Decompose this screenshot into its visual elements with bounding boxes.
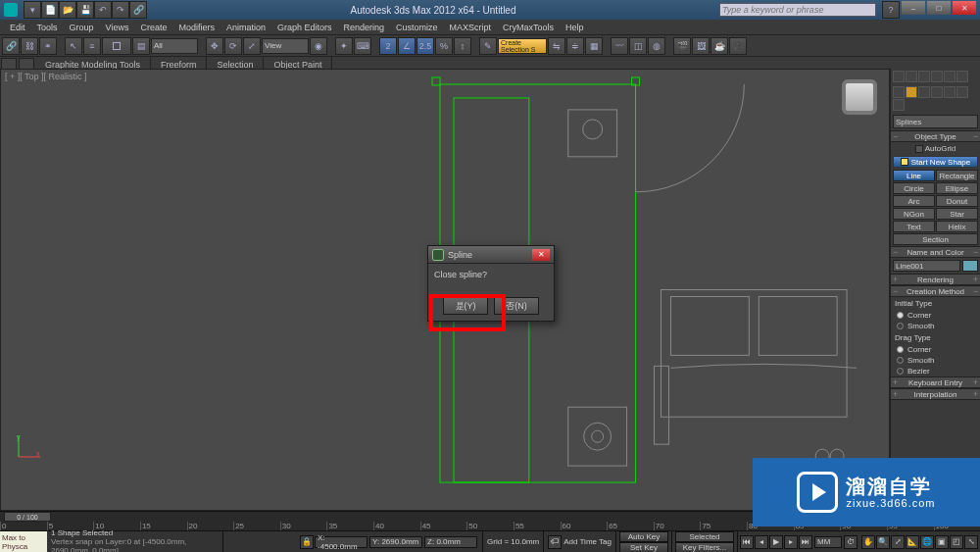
panel-display-icon[interactable] bbox=[944, 71, 956, 82]
filter-icon[interactable]: ▤ bbox=[132, 37, 150, 55]
keymode-icon[interactable]: ⌨ bbox=[354, 37, 371, 55]
qat-redo-icon[interactable]: ↷ bbox=[112, 1, 129, 19]
rotate-icon[interactable]: ⟳ bbox=[224, 37, 242, 55]
shape-section-button[interactable]: Section bbox=[893, 233, 978, 245]
qat-open-icon[interactable]: 📂 bbox=[59, 1, 76, 19]
select-name-icon[interactable]: ≡ bbox=[83, 37, 101, 55]
close-button[interactable]: ✕ bbox=[953, 1, 976, 15]
cat-helpers-icon[interactable] bbox=[944, 86, 956, 98]
subtype-dropdown[interactable]: Splines bbox=[893, 115, 978, 128]
qat-undo-icon[interactable]: ↶ bbox=[94, 1, 112, 19]
editnamed-icon[interactable]: ✎ bbox=[479, 37, 497, 55]
dialog-titlebar[interactable]: Spline ✕ bbox=[428, 246, 554, 264]
timetag-label[interactable]: Add Time Tag bbox=[562, 537, 612, 546]
section-objecttype[interactable]: Object Type bbox=[891, 130, 980, 142]
coord-y-input[interactable]: Y: 2690.0mm bbox=[369, 536, 422, 548]
dialog-yes-button[interactable]: 是(Y) bbox=[443, 297, 488, 315]
play-icon[interactable]: ▶ bbox=[769, 535, 783, 549]
menu-views[interactable]: Views bbox=[100, 23, 135, 32]
unlink-icon[interactable]: ⛓ bbox=[21, 37, 38, 55]
shape-donut-button[interactable]: Donut bbox=[936, 195, 978, 207]
cat-geom-icon[interactable] bbox=[893, 86, 905, 98]
help-icon[interactable]: ? bbox=[882, 1, 900, 19]
zoom-icon[interactable]: 🔍 bbox=[876, 535, 890, 549]
autokey-button[interactable]: Auto Key bbox=[619, 531, 668, 542]
minimize-button[interactable]: – bbox=[902, 1, 925, 15]
fov-icon[interactable]: 📐 bbox=[906, 535, 919, 549]
keyfilters-button[interactable]: Key Filters... bbox=[675, 542, 734, 553]
section-kbd[interactable]: Keyboard Entry bbox=[891, 376, 980, 388]
frame-slider[interactable]: 0 / 100 bbox=[4, 512, 51, 522]
shape-text-button[interactable]: Text bbox=[893, 221, 935, 232]
prev-frame-icon[interactable]: ◂ bbox=[755, 535, 768, 549]
setkey-button[interactable]: Set Key bbox=[619, 542, 668, 553]
manip-icon[interactable]: ✦ bbox=[335, 37, 353, 55]
section-rendering[interactable]: Rendering bbox=[891, 274, 980, 285]
object-color-swatch[interactable] bbox=[962, 260, 978, 272]
pan-icon[interactable]: ✋ bbox=[861, 535, 875, 549]
mirror-icon[interactable]: ⇋ bbox=[548, 37, 565, 55]
cat-lights-icon[interactable] bbox=[918, 86, 930, 98]
qat-link-icon[interactable]: 🔗 bbox=[129, 1, 147, 19]
shape-rectangle-button[interactable]: Rectangle bbox=[936, 170, 978, 181]
coord-x-input[interactable]: X: -4500.0mm bbox=[315, 536, 368, 548]
curve-editor-icon[interactable]: 〰 bbox=[611, 37, 628, 55]
shape-circle-button[interactable]: Circle bbox=[893, 182, 935, 194]
shape-line-button[interactable]: Line bbox=[893, 170, 935, 181]
qat-new-icon[interactable]: 📄 bbox=[41, 1, 59, 19]
render-prod-icon[interactable]: 🎥 bbox=[729, 37, 747, 55]
panel-motion-icon[interactable] bbox=[931, 71, 943, 82]
coord-z-input[interactable]: Z: 0.0mm bbox=[424, 536, 477, 548]
panel-util-icon[interactable] bbox=[956, 71, 968, 82]
cat-sys-icon[interactable] bbox=[893, 99, 905, 111]
menu-create[interactable]: Create bbox=[134, 23, 172, 32]
menu-help[interactable]: Help bbox=[560, 23, 590, 32]
cat-cameras-icon[interactable] bbox=[931, 86, 943, 98]
menu-group[interactable]: Group bbox=[64, 23, 100, 32]
section-interp[interactable]: Interpolation bbox=[891, 388, 980, 400]
dialog-no-button[interactable]: 否(N) bbox=[494, 297, 539, 315]
zoom-ext-icon[interactable]: ⤢ bbox=[891, 535, 905, 549]
section-namecolor[interactable]: Name and Color bbox=[891, 246, 980, 258]
initial-corner-radio[interactable] bbox=[897, 312, 904, 319]
select-region-icon[interactable] bbox=[102, 37, 131, 55]
start-new-shape-row[interactable]: Start New Shape bbox=[893, 156, 978, 168]
cat-shapes-icon[interactable] bbox=[906, 86, 917, 98]
dialog-close-button[interactable]: ✕ bbox=[532, 249, 550, 261]
snap-angle-icon[interactable]: ∠ bbox=[398, 37, 416, 55]
shape-star-button[interactable]: Star bbox=[936, 208, 978, 220]
section-creation[interactable]: Creation Method bbox=[891, 285, 980, 297]
align-icon[interactable]: ≑ bbox=[566, 37, 584, 55]
zoom-region-icon[interactable]: ◰ bbox=[950, 535, 963, 549]
bind-icon[interactable]: ⚭ bbox=[39, 37, 57, 55]
menu-rendering[interactable]: Rendering bbox=[338, 23, 391, 32]
pan-view-icon[interactable]: ⤡ bbox=[964, 535, 978, 549]
selection-filter-dropdown[interactable]: All bbox=[151, 38, 198, 54]
shape-ellipse-button[interactable]: Ellipse bbox=[936, 182, 978, 194]
drag-bezier-radio[interactable] bbox=[897, 368, 904, 375]
orbit-icon[interactable]: 🌐 bbox=[920, 535, 934, 549]
menu-customize[interactable]: Customize bbox=[390, 23, 444, 32]
menu-tools[interactable]: Tools bbox=[31, 23, 64, 32]
app-logo-icon[interactable] bbox=[4, 3, 18, 17]
menu-maxscript[interactable]: MAXScript bbox=[444, 23, 498, 32]
autogrid-checkbox[interactable] bbox=[915, 145, 923, 153]
drag-smooth-radio[interactable] bbox=[897, 357, 904, 364]
panel-hierarchy-icon[interactable] bbox=[918, 71, 930, 82]
qat-button[interactable]: ▾ bbox=[24, 1, 41, 19]
refcoord-dropdown[interactable]: View bbox=[262, 38, 309, 54]
menu-modifiers[interactable]: Modifiers bbox=[172, 23, 220, 32]
render-setup-icon[interactable]: 🎬 bbox=[673, 37, 691, 55]
snap-2d-icon[interactable]: 2 bbox=[379, 37, 397, 55]
maximize-button[interactable]: □ bbox=[927, 1, 951, 15]
shape-helix-button[interactable]: Helix bbox=[936, 221, 978, 232]
material-editor-icon[interactable]: ◍ bbox=[648, 37, 665, 55]
mm-input[interactable]: MM bbox=[814, 536, 842, 548]
menu-grapheditors[interactable]: Graph Editors bbox=[271, 23, 338, 32]
goto-end-icon[interactable]: ⏭ bbox=[799, 535, 812, 549]
render-frame-icon[interactable]: 🖼 bbox=[692, 37, 710, 55]
panel-create-icon[interactable] bbox=[893, 71, 905, 82]
lock-icon[interactable]: 🔒 bbox=[300, 535, 314, 549]
maxviewport-icon[interactable]: ▣ bbox=[935, 535, 949, 549]
next-frame-icon[interactable]: ▸ bbox=[784, 535, 798, 549]
